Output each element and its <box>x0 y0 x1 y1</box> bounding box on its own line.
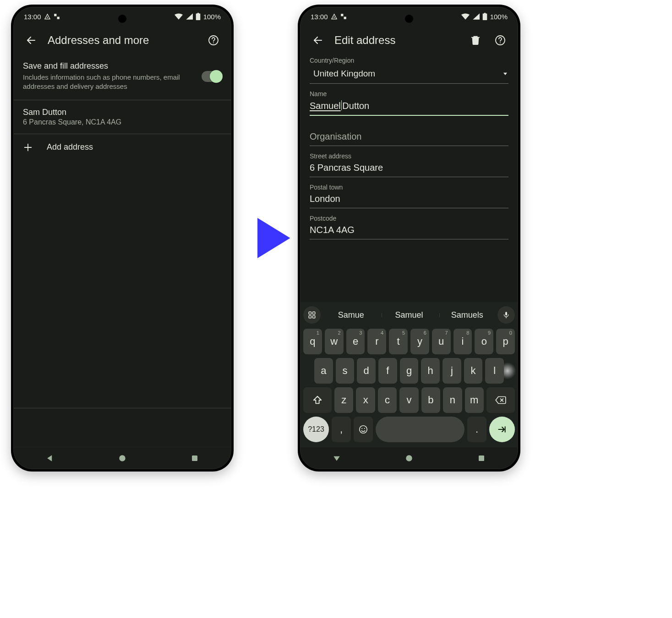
back-button[interactable] <box>310 32 326 49</box>
key-x[interactable]: x <box>356 387 375 413</box>
key-u[interactable]: u7 <box>432 329 451 354</box>
backspace-key[interactable] <box>486 387 515 413</box>
key-l[interactable]: l <box>485 358 504 384</box>
camera-notch <box>405 15 413 23</box>
key-o[interactable]: o9 <box>475 329 493 354</box>
key-c[interactable]: c <box>378 387 397 413</box>
svg-rect-11 <box>341 14 343 16</box>
nav-home-button[interactable] <box>401 450 417 466</box>
country-label: Country/Region <box>310 57 508 64</box>
name-field[interactable]: SamuelDutton <box>310 99 508 116</box>
key-g[interactable]: g <box>400 358 419 384</box>
save-fill-toggle[interactable] <box>202 71 222 82</box>
key-r[interactable]: r4 <box>367 329 386 354</box>
page-title: Edit address <box>334 34 459 47</box>
delete-button[interactable] <box>467 32 484 49</box>
add-address-label: Add address <box>47 142 93 152</box>
status-time: 13:00 <box>311 13 328 21</box>
country-value: United Kingdom <box>313 69 375 79</box>
country-dropdown[interactable]: United Kingdom <box>310 66 508 84</box>
key-y[interactable]: y6 <box>410 329 429 354</box>
key-i[interactable]: i8 <box>453 329 472 354</box>
key-k[interactable]: k <box>464 358 483 384</box>
name-label: Name <box>310 90 508 98</box>
status-battery-pct: 100% <box>490 13 508 21</box>
space-key[interactable] <box>376 417 464 442</box>
svg-rect-17 <box>313 312 315 314</box>
svg-rect-2 <box>57 17 59 19</box>
key-row-2: asdfghjkl <box>303 358 515 384</box>
svg-point-23 <box>360 426 367 434</box>
key-row-3: zxcvbnm <box>303 387 515 413</box>
app-bar: Edit address <box>300 26 518 55</box>
street-label: Street address <box>310 152 508 160</box>
nav-recent-button[interactable] <box>186 450 203 466</box>
key-n[interactable]: n <box>443 387 462 413</box>
postcode-field[interactable]: NC1A 4AG <box>310 224 508 239</box>
emoji-key[interactable] <box>354 417 373 442</box>
period-key[interactable]: . <box>467 417 486 442</box>
key-m[interactable]: m <box>465 387 484 413</box>
name-field-word1: Samuel <box>310 101 341 111</box>
page-title: Addresses and more <box>48 34 197 47</box>
svg-point-10 <box>333 16 335 18</box>
signal-icon <box>186 13 193 20</box>
phone-edit-address: 13:00 <box>300 7 518 469</box>
key-s[interactable]: s <box>336 358 355 384</box>
key-h[interactable]: h <box>421 358 440 384</box>
help-button[interactable] <box>492 32 508 49</box>
nav-back-button[interactable] <box>42 450 58 466</box>
svg-point-8 <box>119 455 126 461</box>
back-button[interactable] <box>23 32 39 49</box>
key-f[interactable]: f <box>378 358 397 384</box>
key-q[interactable]: q1 <box>303 329 322 354</box>
svg-point-25 <box>364 428 365 429</box>
key-e[interactable]: e3 <box>346 329 365 354</box>
key-d[interactable]: d <box>357 358 376 384</box>
nav-home-button[interactable] <box>114 450 131 466</box>
key-w[interactable]: w2 <box>325 329 344 354</box>
keyboard-clipboard-button[interactable] <box>303 306 321 324</box>
svg-rect-19 <box>313 316 315 318</box>
android-nav-bar <box>300 447 518 469</box>
save-fill-title: Save and fill addresses <box>23 61 194 71</box>
svg-rect-12 <box>344 17 346 19</box>
help-button[interactable] <box>205 32 222 49</box>
key-t[interactable]: t5 <box>389 329 408 354</box>
squares-icon <box>54 13 60 20</box>
key-a[interactable]: a <box>314 358 333 384</box>
numeric-key[interactable]: ?123 <box>303 417 329 442</box>
nav-recent-button[interactable] <box>473 450 490 466</box>
suggestion-2[interactable]: Samuel <box>382 310 437 320</box>
battery-icon <box>196 13 201 20</box>
next-key[interactable] <box>489 417 515 442</box>
keyboard-voice-button[interactable] <box>497 306 515 324</box>
key-v[interactable]: v <box>399 387 418 413</box>
organisation-field[interactable]: Organisation <box>310 130 508 146</box>
status-battery-pct: 100% <box>203 13 221 21</box>
key-p[interactable]: p0 <box>496 329 515 354</box>
saved-address-row[interactable]: Sam Dutton 6 Pancras Square, NC1A 4AG <box>14 100 231 134</box>
status-time: 13:00 <box>24 13 41 21</box>
save-fill-subtitle: Includes information such as phone numbe… <box>23 73 194 92</box>
town-label: Postal town <box>310 184 508 191</box>
plus-icon <box>23 142 33 152</box>
comma-key[interactable]: , <box>332 417 351 442</box>
svg-rect-29 <box>479 455 484 461</box>
app-bar: Addresses and more <box>14 26 231 55</box>
nav-back-button[interactable] <box>328 450 345 466</box>
key-j[interactable]: j <box>443 358 461 384</box>
key-b[interactable]: b <box>421 387 440 413</box>
shift-key[interactable] <box>303 387 332 413</box>
android-nav-bar <box>14 447 231 469</box>
svg-rect-1 <box>54 14 56 16</box>
town-field[interactable]: London <box>310 193 508 208</box>
save-fill-toggle-row[interactable]: Save and fill addresses Includes informa… <box>14 55 231 100</box>
add-address-row[interactable]: Add address <box>14 134 231 161</box>
on-screen-keyboard: Samue Samuel Samuels q1w2e3r4t5y6u7i8o9p… <box>300 302 518 447</box>
squares-icon <box>340 13 347 20</box>
key-z[interactable]: z <box>334 387 353 413</box>
suggestion-3[interactable]: Samuels <box>439 310 495 320</box>
street-field[interactable]: 6 Pancras Square <box>310 162 508 177</box>
suggestion-1[interactable]: Samue <box>323 310 379 320</box>
